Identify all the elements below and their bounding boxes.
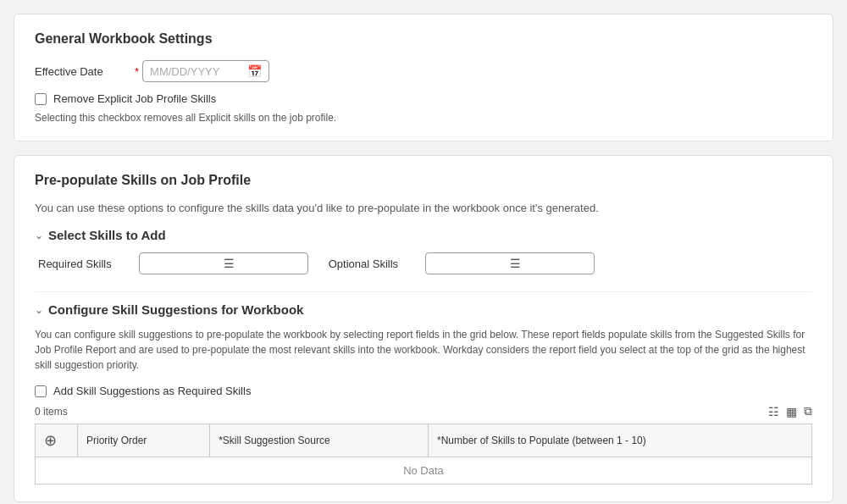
- optional-skills-label: Optional Skills: [329, 258, 398, 270]
- col-priority-header: Priority Order: [78, 424, 210, 457]
- filter-icon[interactable]: ☷: [768, 405, 779, 418]
- col-add-header: ⊕: [36, 424, 78, 457]
- table-toolbar: ☷ ▦ ⧉: [768, 404, 812, 418]
- required-skills-input[interactable]: ☰: [139, 252, 308, 274]
- table-header-row: ⊕ Priority Order *Skill Suggestion Sourc…: [36, 424, 812, 457]
- configure-skills-chevron: ⌄: [35, 304, 43, 316]
- required-skills-list-icon[interactable]: ☰: [224, 257, 301, 270]
- add-suggestions-label: Add Skill Suggestions as Required Skills: [53, 385, 251, 397]
- no-data-cell: No Data: [36, 457, 812, 485]
- required-star: *: [135, 65, 139, 78]
- required-skills-label: Required Skills: [38, 258, 112, 270]
- section-divider: [35, 291, 812, 292]
- grid-view-icon[interactable]: ▦: [786, 405, 797, 418]
- effective-date-row: Effective Date * MM/DD/YYYY 📅: [35, 60, 812, 82]
- select-skills-title: Select Skills to Add: [48, 228, 166, 242]
- items-count-row: 0 items ☷ ▦ ⧉: [35, 404, 812, 418]
- add-suggestions-checkbox[interactable]: [35, 385, 47, 397]
- pre-populate-title: Pre-populate Skills on Job Profile: [35, 173, 812, 188]
- skill-suggestions-table: ⊕ Priority Order *Skill Suggestion Sourc…: [35, 424, 812, 485]
- remove-skills-checkbox[interactable]: [35, 93, 47, 105]
- pre-populate-card: Pre-populate Skills on Job Profile You c…: [14, 155, 833, 502]
- configure-skills-header[interactable]: ⌄ Configure Skill Suggestions for Workbo…: [35, 302, 812, 317]
- calendar-icon[interactable]: 📅: [247, 64, 262, 78]
- expand-icon[interactable]: ⧉: [804, 404, 812, 418]
- optional-skills-input[interactable]: ☰: [425, 252, 595, 274]
- remove-skills-row: Remove Explicit Job Profile Skills: [35, 92, 812, 105]
- effective-date-label: Effective Date: [35, 65, 128, 78]
- select-skills-chevron: ⌄: [35, 230, 43, 241]
- date-placeholder-text: MM/DD/YYYY: [150, 65, 241, 78]
- remove-skills-label: Remove Explicit Job Profile Skills: [53, 92, 216, 105]
- skills-inputs-row: Required Skills ☰ Optional Skills ☰: [38, 252, 812, 274]
- optional-skills-list-icon[interactable]: ☰: [510, 257, 587, 270]
- general-settings-title: General Workbook Settings: [35, 31, 812, 47]
- configure-skills-title: Configure Skill Suggestions for Workbook: [48, 302, 303, 317]
- add-row-button[interactable]: ⊕: [44, 431, 57, 450]
- col-number-header: *Number of Skills to Populate (between 1…: [429, 424, 812, 457]
- pre-populate-subtitle: You can use these options to configure t…: [35, 202, 812, 214]
- col-source-header: *Skill Suggestion Source: [210, 424, 429, 457]
- no-data-row: No Data: [36, 457, 812, 485]
- remove-skills-helper: Selecting this checkbox removes all Expl…: [35, 112, 812, 124]
- items-count-text: 0 items: [35, 406, 68, 418]
- select-skills-header[interactable]: ⌄ Select Skills to Add: [35, 228, 812, 242]
- configure-description: You can configure skill suggestions to p…: [35, 327, 812, 373]
- add-suggestions-row: Add Skill Suggestions as Required Skills: [35, 385, 812, 397]
- date-input-wrapper[interactable]: MM/DD/YYYY 📅: [142, 60, 269, 82]
- general-workbook-settings-card: General Workbook Settings Effective Date…: [14, 14, 833, 141]
